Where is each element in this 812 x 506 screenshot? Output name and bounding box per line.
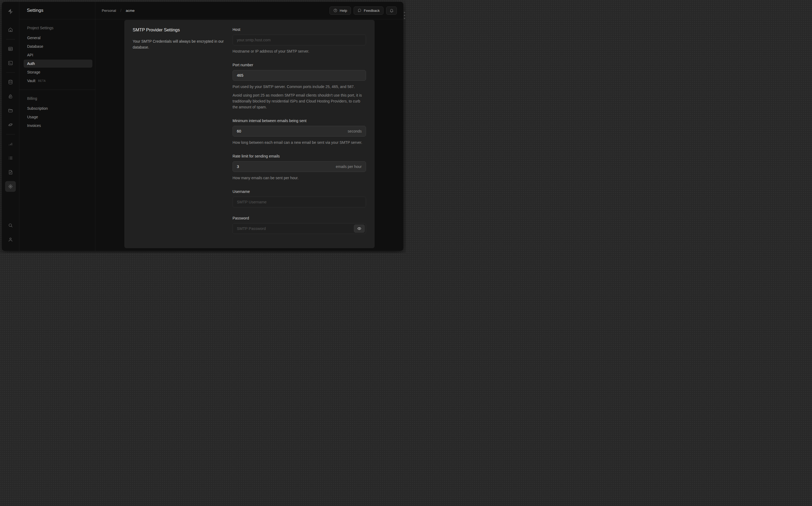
help-button[interactable]: Help	[329, 6, 351, 15]
notifications-button[interactable]	[386, 6, 397, 15]
gear-icon	[8, 184, 13, 189]
password-input[interactable]	[237, 227, 362, 231]
database-icon	[8, 79, 13, 85]
sidebar-item-invoices[interactable]: Invoices	[24, 121, 92, 130]
host-input-box	[232, 34, 366, 45]
smtp-form: Host Hostname or IP address of your SMTP…	[232, 27, 366, 248]
rate-limit-helper: How many emails can be sent per hour.	[232, 175, 366, 181]
auth-button[interactable]	[5, 91, 16, 102]
profile-button[interactable]	[5, 234, 16, 245]
rate-limit-input-box: emails per hour	[232, 161, 366, 172]
username-label: Username	[232, 189, 366, 194]
reports-icon	[8, 141, 13, 147]
sidebar-divider	[19, 90, 95, 90]
settings-sidebar: Settings Project Settings General Databa…	[19, 2, 95, 251]
interval-unit: seconds	[348, 129, 362, 133]
password-input-box	[232, 223, 366, 234]
card-intro: SMTP Provider Settings Your SMTP Credent…	[133, 27, 232, 248]
table-editor-button[interactable]	[5, 44, 16, 54]
speech-bubble-icon	[357, 8, 362, 13]
search-icon	[8, 223, 13, 228]
username-input-box	[232, 197, 366, 207]
icon-rail	[2, 2, 19, 251]
sidebar-title-text: Settings	[27, 8, 43, 13]
user-icon	[8, 237, 13, 242]
beta-badge: BETA	[38, 79, 46, 82]
smtp-settings-card: SMTP Provider Settings Your SMTP Credent…	[124, 20, 375, 248]
card-title: SMTP Provider Settings	[133, 27, 232, 32]
username-input[interactable]	[237, 200, 362, 204]
sidebar-title: Settings	[19, 2, 95, 19]
card-description: Your SMTP Credentials will always be enc…	[133, 38, 227, 50]
home-button[interactable]	[5, 24, 16, 35]
host-label: Host	[232, 27, 366, 32]
main-area: Personal / acme Help Feedback	[95, 2, 403, 251]
edge-functions-icon	[8, 122, 13, 128]
sidebar-item-usage[interactable]: Usage	[24, 113, 92, 121]
interval-helper: How long between each email can a new em…	[232, 140, 366, 146]
document-icon	[8, 170, 13, 175]
username-field-group: Username	[232, 189, 366, 207]
rate-limit-label: Rate limit for sending emails	[232, 154, 366, 158]
supabase-logo-icon	[7, 8, 14, 15]
reveal-password-button[interactable]	[354, 225, 365, 233]
sidebar-item-subscription[interactable]: Subscription	[24, 104, 92, 112]
api-docs-button[interactable]	[5, 167, 16, 178]
content-area: SMTP Provider Settings Your SMTP Credent…	[95, 19, 403, 251]
rail-divider	[6, 72, 15, 73]
topbar-actions: Help Feedback	[329, 6, 397, 15]
sidebar-item-storage[interactable]: Storage	[24, 68, 92, 76]
logs-button[interactable]	[5, 153, 16, 163]
sidebar-item-general[interactable]: General	[24, 34, 92, 42]
sidebar-nav: Project Settings General Database API Au…	[19, 19, 95, 130]
port-input-box	[232, 70, 366, 81]
port-helper: Port used by your SMTP server. Common po…	[232, 84, 366, 90]
password-field-group: Password	[232, 216, 366, 234]
home-icon	[8, 27, 13, 32]
port-label: Port number	[232, 63, 366, 67]
rail-divider	[6, 134, 15, 135]
sidebar-item-vault[interactable]: Vault BETA	[24, 77, 92, 85]
app-window: Settings Project Settings General Databa…	[2, 2, 403, 251]
settings-button[interactable]	[5, 181, 16, 192]
interval-field-group: Minimum interval between emails being se…	[232, 118, 366, 146]
interval-input-box: seconds	[232, 126, 366, 137]
breadcrumb-org[interactable]: Personal	[102, 9, 116, 13]
password-label: Password	[232, 216, 366, 220]
section-label-project-settings: Project Settings	[19, 26, 95, 30]
host-input[interactable]	[237, 38, 362, 42]
feedback-button[interactable]: Feedback	[354, 6, 383, 15]
host-helper: Hostname or IP address of your SMTP serv…	[232, 48, 366, 54]
breadcrumb: Personal / acme	[102, 8, 135, 13]
port-field-group: Port number Port used by your SMTP serve…	[232, 63, 366, 110]
supabase-logo[interactable]	[5, 6, 16, 17]
bell-icon	[389, 8, 394, 13]
help-circle-icon	[333, 8, 338, 13]
logs-icon	[8, 155, 13, 161]
eye-icon	[357, 227, 361, 231]
breadcrumb-project[interactable]: acme	[126, 9, 135, 13]
search-button[interactable]	[5, 220, 16, 231]
sql-editor-button[interactable]	[5, 58, 16, 68]
storage-button[interactable]	[5, 105, 16, 116]
rate-limit-field-group: Rate limit for sending emails emails per…	[232, 154, 366, 181]
edge-functions-button[interactable]	[5, 119, 16, 130]
interval-input[interactable]	[237, 129, 345, 133]
reports-button[interactable]	[5, 139, 16, 149]
rail-divider	[6, 39, 15, 39]
topbar: Personal / acme Help Feedback	[95, 2, 403, 19]
storage-icon	[8, 108, 13, 113]
port-input[interactable]	[237, 73, 362, 78]
database-button[interactable]	[5, 77, 16, 87]
sidebar-item-auth[interactable]: Auth	[24, 60, 92, 68]
page-scrollbar[interactable]	[404, 12, 405, 19]
interval-label: Minimum interval between emails being se…	[232, 118, 366, 123]
table-editor-icon	[8, 46, 13, 52]
sidebar-item-api[interactable]: API	[24, 51, 92, 59]
lock-icon	[8, 94, 13, 99]
breadcrumb-separator: /	[120, 8, 121, 13]
sidebar-item-database[interactable]: Database	[24, 43, 92, 51]
port-helper-2: Avoid using port 25 as modern SMTP email…	[232, 92, 366, 110]
rate-limit-input[interactable]	[237, 164, 333, 169]
host-field-group: Host Hostname or IP address of your SMTP…	[232, 27, 366, 54]
